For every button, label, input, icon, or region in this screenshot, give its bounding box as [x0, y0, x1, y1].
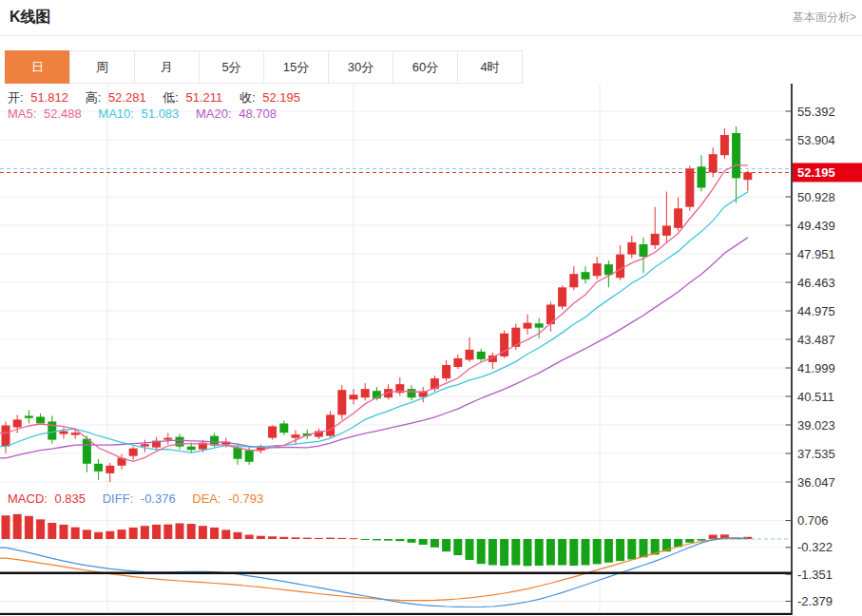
diff-label: DIFF:	[103, 491, 134, 506]
ma-lines-layer	[0, 164, 748, 461]
ma-bar: MA5: 52.488 MA10: 51.083 MA20: 48.708	[8, 106, 280, 121]
axis-tick-label: -0.322	[797, 540, 833, 554]
axis-tick-label: 47.951	[797, 247, 835, 261]
tab-month[interactable]: 月	[134, 50, 200, 84]
tab-30min[interactable]: 30分	[328, 50, 393, 84]
price-tag-label: 52.195	[797, 165, 835, 180]
ma10-value: 51.083	[142, 106, 180, 121]
high-value: 52.281	[108, 90, 146, 105]
kline-chart[interactable]: 55.39253.90450.92849.43947.95146.46344.9…	[0, 84, 862, 616]
axis-tick-label: 36.047	[797, 475, 835, 490]
low-value: 51.211	[186, 90, 223, 105]
axis-tick-label: 40.511	[797, 390, 834, 404]
close-label: 收:	[239, 90, 256, 105]
open-label: 开:	[8, 90, 24, 105]
axis-tick-label: 39.023	[797, 418, 835, 433]
ma5-line	[0, 164, 748, 461]
kline-chart-svg[interactable]: 55.39253.90450.92849.43947.95146.46344.9…	[0, 84, 862, 616]
dea-value: -0.793	[228, 491, 263, 506]
ma5-value: 52.488	[44, 106, 82, 121]
price-tag: 52.195	[793, 163, 862, 182]
tab-week[interactable]: 周	[69, 50, 135, 84]
axis-tick-label: 50.928	[797, 190, 835, 204]
open-value: 51.812	[30, 90, 68, 105]
kline-page: K线图 基本面分析> 日 周 月 5分 15分 30分 60分 4时 55.39…	[0, 0, 862, 616]
ma5-label: MA5:	[8, 106, 36, 121]
ma10-line	[0, 192, 748, 452]
dea-label: DEA:	[192, 491, 220, 506]
axis-tick-label: 0.706	[797, 513, 829, 528]
axis-tick-label: 41.999	[797, 361, 835, 375]
diff-value: -0.376	[141, 491, 176, 506]
axis-tick-label: 46.463	[797, 276, 835, 290]
ma10-label: MA10:	[98, 106, 134, 121]
page-title: K线图	[10, 8, 51, 28]
axis-tick-label: 55.392	[797, 105, 835, 119]
header-divider	[0, 35, 862, 36]
macd-bar: MACD: 0.835 DIFF: -0.376 DEA: -0.793	[8, 491, 267, 506]
low-label: 低:	[163, 90, 179, 105]
ohlc-bar: 开: 51.812 高: 52.281 低: 51.211 收: 52.195	[8, 89, 304, 106]
ma20-label: MA20:	[196, 106, 232, 121]
axis-tick-label: 44.975	[797, 304, 835, 318]
ma20-value: 48.708	[239, 106, 277, 121]
period-tab-bar: 日 周 月 5分 15分 30分 60分 4时	[6, 50, 523, 84]
axis-tick-label: 43.487	[797, 333, 835, 347]
macd-layer	[0, 514, 792, 607]
close-value: 52.195	[262, 90, 300, 105]
reference-lines	[0, 169, 792, 173]
macd-value: 0.835	[55, 491, 86, 506]
high-label: 高:	[86, 90, 102, 105]
tab-day[interactable]: 日	[5, 50, 70, 84]
macd-label: MACD:	[8, 491, 48, 506]
axis-tick-label: -2.379	[797, 594, 833, 608]
axis-tick-label: -1.351	[797, 568, 833, 582]
tab-15min[interactable]: 15分	[263, 50, 329, 84]
tab-4hour[interactable]: 4时	[457, 50, 523, 84]
axis-tick-label: 37.535	[797, 447, 835, 461]
axis-tick-label: 49.439	[797, 219, 835, 233]
tab-60min[interactable]: 60分	[393, 50, 458, 84]
axis-tick-label: 53.904	[797, 133, 835, 147]
tab-5min[interactable]: 5分	[199, 50, 264, 84]
fundamental-analysis-link[interactable]: 基本面分析>	[793, 10, 856, 26]
candles-layer	[2, 126, 753, 482]
